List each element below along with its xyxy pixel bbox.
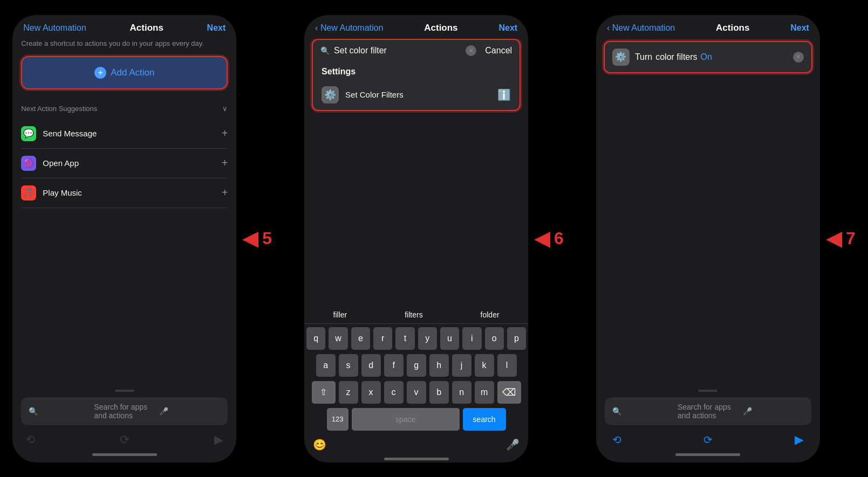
- screen1-title: Actions: [130, 23, 163, 33]
- mic-icon-s3[interactable]: 🎤: [743, 407, 804, 416]
- key-q[interactable]: q: [306, 327, 325, 350]
- key-b[interactable]: b: [429, 381, 449, 404]
- mic-icon[interactable]: 🎤: [159, 407, 220, 416]
- key-n[interactable]: n: [452, 381, 471, 404]
- scroll-indicator: [115, 390, 134, 392]
- screen2-next-btn[interactable]: Next: [498, 23, 517, 33]
- arrow-left-icon: ◀: [243, 229, 258, 248]
- keyboard-rows: q w e r t y u i o p a: [304, 324, 528, 434]
- screen1-back-btn[interactable]: New Automation: [23, 23, 86, 33]
- action-icons-row-s3: ⟲ ⟳ ▶: [605, 431, 811, 449]
- suggestion-send-message[interactable]: 💬 Send Message +: [21, 119, 228, 149]
- suggestions-title: Next Action Suggestions: [21, 105, 97, 113]
- clear-action-btn[interactable]: ✕: [793, 52, 804, 63]
- key-o[interactable]: o: [485, 327, 504, 350]
- mic-key[interactable]: 🎤: [506, 438, 520, 451]
- pred-word-filler[interactable]: filler: [333, 310, 347, 319]
- undo-btn[interactable]: ⟲: [612, 433, 621, 446]
- open-app-icon: 🟣: [21, 156, 36, 171]
- pred-word-filters[interactable]: filters: [405, 310, 422, 319]
- key-r[interactable]: r: [373, 327, 392, 350]
- key-g[interactable]: g: [407, 354, 426, 377]
- search-button[interactable]: search: [463, 408, 506, 431]
- key-s[interactable]: s: [339, 354, 358, 377]
- add-action-label: Add Action: [111, 67, 154, 78]
- screen3-next-btn[interactable]: Next: [790, 23, 809, 33]
- add-suggestion-btn[interactable]: +: [222, 186, 228, 199]
- key-123[interactable]: 123: [327, 408, 348, 431]
- key-v[interactable]: v: [407, 381, 426, 404]
- search-bar-s3[interactable]: 🔍 Search for apps and actions 🎤: [605, 397, 811, 425]
- suggestion-label: Send Message: [43, 129, 97, 138]
- send-message-icon: 💬: [21, 126, 36, 141]
- home-indicator: [92, 453, 157, 456]
- action-icons-row: ⟲ ⟳ ▶: [21, 431, 228, 449]
- key-h[interactable]: h: [429, 354, 449, 377]
- emoji-mic-row: 😊 🎤: [304, 434, 528, 453]
- clear-search-btn[interactable]: ✕: [466, 45, 476, 56]
- key-t[interactable]: t: [395, 327, 414, 350]
- search-placeholder: Search for apps and actions: [94, 403, 155, 420]
- key-p[interactable]: p: [507, 327, 526, 350]
- suggestion-open-app[interactable]: 🟣 Open App +: [21, 149, 228, 178]
- redo-action-icon: ⟳: [120, 433, 129, 447]
- key-j[interactable]: j: [452, 354, 471, 377]
- search-icon: 🔍: [29, 407, 90, 416]
- key-i[interactable]: i: [462, 327, 481, 350]
- add-action-button[interactable]: + Add Action: [21, 56, 228, 89]
- key-z[interactable]: z: [339, 381, 358, 404]
- result-name: Set Color Filters: [345, 90, 404, 99]
- suggestion-label: Open App: [43, 158, 79, 168]
- set-color-filters-result[interactable]: ⚙️ Set Color Filters ℹ️: [313, 80, 520, 110]
- screen2-navbar: ‹ New Automation Actions Next: [304, 15, 528, 39]
- predictive-bar: filler filters folder: [304, 306, 528, 324]
- key-a[interactable]: a: [316, 354, 336, 377]
- delete-key[interactable]: ⌫: [497, 381, 521, 404]
- space-key[interactable]: space: [352, 408, 460, 431]
- on-label[interactable]: On: [701, 52, 712, 62]
- key-row-4: 123 space search: [306, 408, 526, 431]
- key-f[interactable]: f: [384, 354, 404, 377]
- screen3-back-btn[interactable]: ‹ New Automation: [607, 23, 675, 33]
- key-m[interactable]: m: [475, 381, 494, 404]
- add-suggestion-btn[interactable]: +: [222, 127, 228, 140]
- key-u[interactable]: u: [440, 327, 459, 350]
- forward-btn[interactable]: ▶: [795, 433, 804, 447]
- key-l[interactable]: l: [497, 354, 517, 377]
- step6-arrow: ◀ 6: [535, 229, 564, 248]
- key-k[interactable]: k: [475, 354, 494, 377]
- screen1-next-btn[interactable]: Next: [207, 23, 226, 33]
- cancel-search-btn[interactable]: Cancel: [481, 46, 512, 56]
- settings-header: Settings: [313, 61, 520, 80]
- screen1-desc: Create a shortcut to actions you do in y…: [21, 39, 228, 49]
- key-d[interactable]: d: [361, 354, 381, 377]
- info-icon[interactable]: ℹ️: [497, 88, 511, 101]
- chevron-down-icon[interactable]: ∨: [222, 105, 228, 113]
- color-filter-icon: ⚙️: [612, 49, 630, 66]
- emoji-key[interactable]: 😊: [313, 438, 326, 451]
- step5-arrow: ◀ 5: [243, 229, 272, 248]
- step5-label: 5: [262, 229, 272, 248]
- arrow-left-icon: ◀: [826, 229, 842, 248]
- key-y[interactable]: y: [418, 327, 437, 350]
- screen2-back-btn[interactable]: ‹ New Automation: [315, 23, 383, 33]
- back-action-icon: ⟲: [25, 433, 35, 447]
- forward-action-icon: ▶: [214, 433, 223, 447]
- key-w[interactable]: w: [329, 327, 347, 350]
- suggestion-play-music[interactable]: 🎵 Play Music +: [21, 178, 228, 208]
- search-bar[interactable]: 🔍 Search for apps and actions 🎤: [21, 397, 228, 425]
- pred-word-folder[interactable]: folder: [481, 310, 500, 319]
- screen1: New Automation Actions Next Create a sho…: [12, 15, 236, 462]
- key-e[interactable]: e: [351, 327, 370, 350]
- key-x[interactable]: x: [361, 381, 381, 404]
- shift-key[interactable]: ⇧: [312, 381, 336, 404]
- suggestion-label: Play Music: [43, 188, 82, 197]
- turn-label: Turn: [635, 52, 652, 62]
- key-c[interactable]: c: [384, 381, 404, 404]
- add-suggestion-btn[interactable]: +: [222, 157, 228, 169]
- screen3-title: Actions: [716, 23, 749, 33]
- turn-color-filters-action[interactable]: ⚙️ Turn color filters On ✕: [604, 41, 812, 73]
- search-input[interactable]: Set color filter: [334, 46, 461, 56]
- screen3: ‹ New Automation Actions Next ⚙️ Turn co…: [596, 15, 820, 462]
- redo-btn[interactable]: ⟳: [703, 433, 713, 446]
